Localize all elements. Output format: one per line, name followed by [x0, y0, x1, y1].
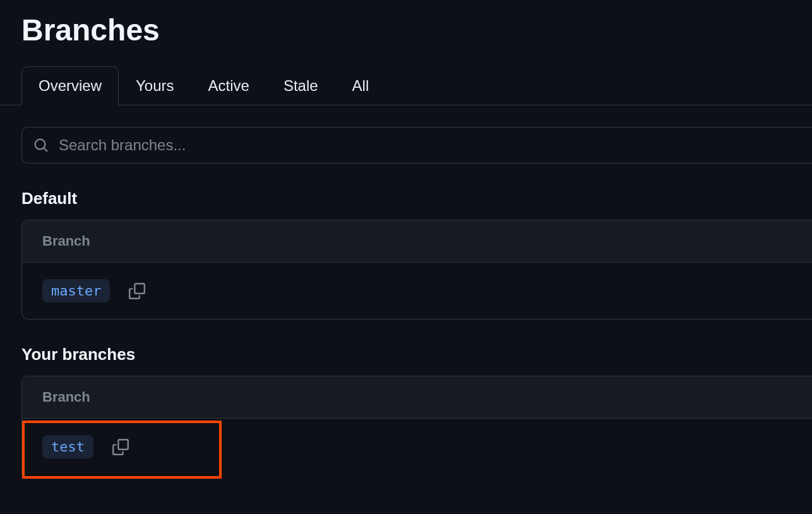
- page-title: Branches: [0, 0, 812, 66]
- tabs-nav: Overview Yours Active Stale All: [0, 66, 812, 105]
- table-row: master: [22, 263, 812, 319]
- table-header-branch: Branch: [22, 376, 812, 419]
- tab-stale[interactable]: Stale: [266, 66, 335, 105]
- section-title-your-branches: Your branches: [0, 320, 812, 376]
- tab-all[interactable]: All: [335, 66, 386, 105]
- section-title-default: Default: [0, 164, 812, 220]
- table-header-branch: Branch: [22, 220, 812, 263]
- search-input[interactable]: [59, 136, 801, 154]
- copy-icon[interactable]: [129, 283, 145, 299]
- your-branches-table: Branch test: [21, 376, 812, 475]
- tab-overview[interactable]: Overview: [21, 66, 119, 105]
- search-icon: [33, 138, 49, 153]
- search-container: [21, 127, 812, 164]
- table-row: test: [22, 419, 812, 475]
- tab-yours[interactable]: Yours: [119, 66, 191, 105]
- branch-badge-master[interactable]: master: [42, 279, 110, 302]
- default-branch-table: Branch master: [21, 220, 812, 320]
- branch-badge-test[interactable]: test: [42, 435, 93, 458]
- tab-active[interactable]: Active: [191, 66, 266, 105]
- copy-icon[interactable]: [112, 439, 129, 455]
